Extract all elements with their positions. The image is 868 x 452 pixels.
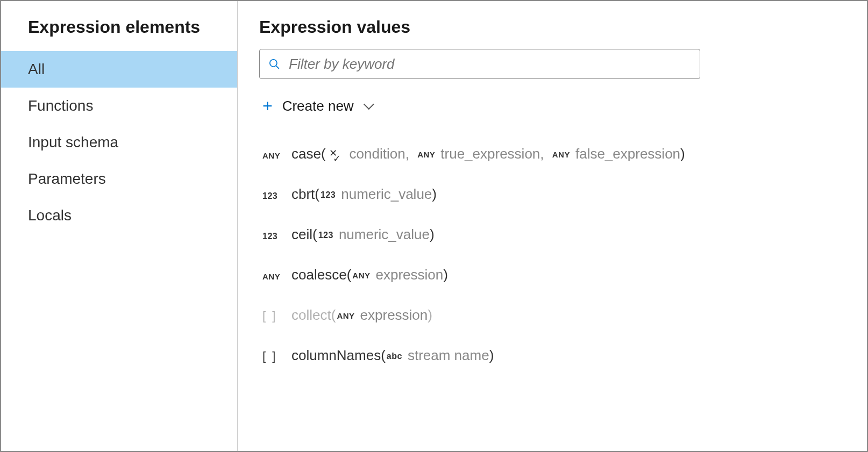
param-name: expression	[375, 267, 443, 283]
return-type-badge: [ ]	[262, 349, 291, 363]
sidebar-item-parameters[interactable]: Parameters	[1, 161, 237, 197]
svg-line-1	[276, 66, 279, 69]
function-list: ANYcase(✕✓condition, ANYtrue_expression,…	[259, 134, 845, 376]
filter-box[interactable]	[259, 49, 700, 79]
param-name: stream name	[408, 347, 489, 363]
search-icon	[268, 58, 280, 70]
create-new-label: Create new	[282, 98, 354, 114]
return-type-badge: ANY	[262, 151, 291, 160]
function-signature: coalesce(ANYexpression)	[291, 267, 448, 283]
function-item-cbrt[interactable]: 123cbrt(123numeric_value)	[259, 174, 845, 214]
type-badge: 123	[321, 190, 336, 199]
type-badge: 123	[318, 231, 333, 240]
param-name: condition	[350, 146, 405, 162]
param-name: numeric_value	[339, 226, 430, 242]
function-signature: case(✕✓condition, ANYtrue_expression, AN…	[291, 146, 685, 162]
function-signature: cbrt(123numeric_value)	[291, 186, 437, 203]
param-name: expression	[360, 307, 428, 323]
function-signature: columnNames(abcstream name)	[291, 347, 494, 364]
function-name: cbrt	[291, 186, 315, 202]
function-name: columnNames	[291, 347, 381, 363]
sidebar-title: Expression elements	[1, 12, 237, 51]
main-panel: Expression values + Create new ANYcase(✕…	[238, 1, 867, 451]
main-title: Expression values	[259, 12, 845, 49]
sidebar-item-locals[interactable]: Locals	[1, 197, 237, 234]
param-name: true_expression	[440, 146, 540, 162]
sidebar: Expression elements AllFunctionsInput sc…	[1, 1, 238, 451]
create-new-button[interactable]: + Create new	[259, 90, 845, 134]
plus-icon: +	[262, 97, 273, 114]
function-name: case	[291, 146, 321, 162]
return-type-badge: 123	[262, 191, 291, 201]
param-name: false_expression	[575, 146, 680, 162]
function-item-columnNames[interactable]: [ ]columnNames(abcstream name)	[259, 335, 845, 376]
sidebar-item-input-schema[interactable]: Input schema	[1, 124, 237, 161]
type-badge: ANY	[417, 150, 435, 159]
filter-input[interactable]	[289, 56, 691, 73]
function-name: ceil	[291, 226, 312, 242]
type-badge: ANY	[352, 271, 370, 280]
return-type-badge: ANY	[262, 272, 291, 281]
type-badge: ANY	[337, 311, 354, 320]
sidebar-item-functions[interactable]: Functions	[1, 88, 237, 124]
function-signature: collect(ANYexpression)	[291, 307, 432, 324]
return-type-badge: 123	[262, 232, 291, 241]
function-name: coalesce	[291, 267, 347, 283]
function-item-collect[interactable]: [ ]collect(ANYexpression)	[259, 295, 845, 335]
type-badge: ANY	[552, 150, 570, 159]
function-signature: ceil(123numeric_value)	[291, 226, 435, 243]
return-type-badge: [ ]	[262, 309, 291, 323]
type-badge: abc	[387, 351, 402, 361]
chevron-down-icon	[364, 99, 374, 110]
function-item-ceil[interactable]: 123ceil(123numeric_value)	[259, 214, 845, 255]
boolean-type-icon: ✕✓	[328, 154, 344, 160]
function-name: collect	[291, 307, 331, 323]
param-name: numeric_value	[341, 186, 432, 202]
sidebar-item-all[interactable]: All	[1, 51, 237, 88]
svg-point-0	[270, 60, 277, 67]
function-item-coalesce[interactable]: ANYcoalesce(ANYexpression)	[259, 255, 845, 295]
function-item-case[interactable]: ANYcase(✕✓condition, ANYtrue_expression,…	[259, 134, 845, 174]
